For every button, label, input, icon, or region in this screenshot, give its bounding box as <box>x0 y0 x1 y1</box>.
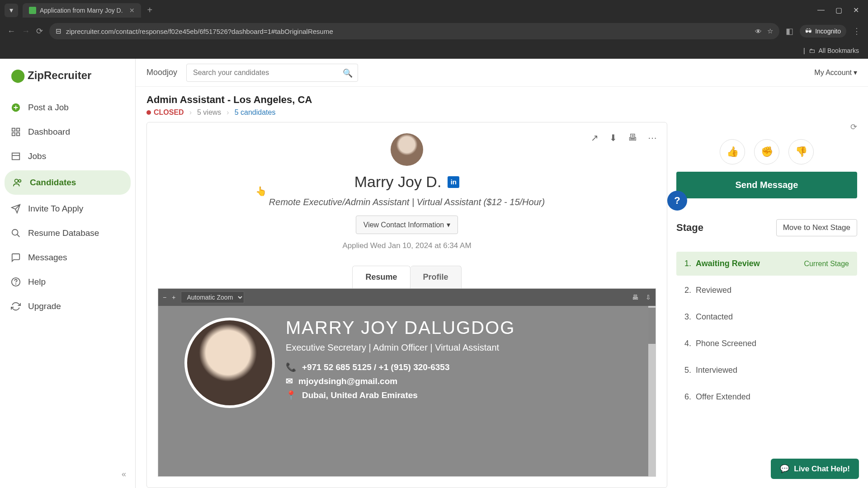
back-button[interactable]: ← <box>7 27 15 36</box>
tab-search-button[interactable]: ▾ <box>5 4 18 17</box>
url-input[interactable]: ⊟ ziprecruiter.com/contact/response/f02e… <box>49 23 779 39</box>
stage-item-awaiting[interactable]: 1. Awaiting Review Current Stage <box>676 252 857 276</box>
browser-chrome: ▾ Application from Marry Joy D. ✕ + ― ▢ … <box>0 0 868 59</box>
tab-bar: ▾ Application from Marry Joy D. ✕ + ― ▢ … <box>0 0 868 20</box>
close-window-icon[interactable]: ✕ <box>853 6 859 14</box>
resume-name: MARRY JOY DALUGDOG <box>286 318 515 338</box>
candidates-link[interactable]: 5 candidates <box>235 108 276 117</box>
view-contact-button[interactable]: View Contact Information ▾ <box>356 216 458 234</box>
refresh-icon <box>11 301 21 311</box>
reload-button[interactable]: ⟳ <box>36 26 43 36</box>
cursor-icon: 👆 <box>255 186 267 197</box>
sidebar-item-jobs[interactable]: Jobs <box>0 144 135 169</box>
phone-icon: 📞 <box>286 362 297 372</box>
star-icon[interactable]: ☆ <box>767 27 773 35</box>
sidebar-item-messages[interactable]: Messages <box>0 245 135 270</box>
print-icon[interactable]: 🖶 <box>628 132 637 143</box>
svg-point-7 <box>15 179 18 183</box>
account-menu[interactable]: My Account ▾ <box>814 68 857 77</box>
search-icon <box>11 228 21 238</box>
collapse-sidebar-button[interactable]: « <box>122 469 126 479</box>
thumbs-down-button[interactable]: 👎 <box>788 139 814 164</box>
status-dot-icon <box>146 110 151 115</box>
search-icon[interactable]: 🔍 <box>343 68 353 78</box>
tab-profile[interactable]: Profile <box>410 266 462 288</box>
pdf-content[interactable]: MARRY JOY DALUGDOG Executive Secretary |… <box>158 306 656 476</box>
sidebar-item-invite[interactable]: Invite To Apply <box>0 197 135 221</box>
sidebar-item-post-job[interactable]: Post a Job <box>0 95 135 120</box>
question-icon <box>11 277 21 287</box>
svg-rect-2 <box>17 128 19 131</box>
browser-tab[interactable]: Application from Marry Joy D. ✕ <box>23 3 141 18</box>
job-title: Admin Assistant - Los Angeles, CA <box>146 94 857 106</box>
live-chat-button[interactable]: 💬 Live Chat Help! <box>771 459 859 479</box>
help-bubble[interactable]: ? <box>667 191 687 211</box>
chat-icon <box>11 253 21 263</box>
pdf-download-icon[interactable]: ⇩ <box>646 294 651 301</box>
close-tab-icon[interactable]: ✕ <box>129 7 135 14</box>
site-info-icon[interactable]: ⊟ <box>56 27 61 35</box>
menu-icon[interactable]: ⋮ <box>853 26 861 36</box>
zoom-out-button[interactable]: − <box>163 294 166 301</box>
resume-photo <box>184 318 275 408</box>
resume-email: ✉mjoydsingh@gmail.com <box>286 376 515 386</box>
sidebar: ⬤ ZipRecruiter Post a Job Dashboard Jobs… <box>0 59 136 488</box>
search-box: 🔍 <box>186 64 358 82</box>
zoom-select[interactable]: Automatic Zoom <box>181 291 244 303</box>
stage-title: Stage <box>676 222 703 234</box>
grid-icon <box>11 127 21 137</box>
resume-phone: 📞+971 52 685 5125 / +1 (915) 320-6353 <box>286 362 515 372</box>
sidebar-item-help[interactable]: Help <box>0 270 135 294</box>
stage-item-contacted[interactable]: 3. Contacted <box>676 305 857 329</box>
pin-icon: 📍 <box>286 390 297 400</box>
logo[interactable]: ⬤ ZipRecruiter <box>0 68 135 95</box>
rate-row: 👍 ✊ 👎 <box>676 139 857 164</box>
card-head: ↗ ⬇ 🖶 ⋯ Marry Joy D. in Remote Executive… <box>147 122 667 261</box>
incognito-badge[interactable]: 🕶 Incognito <box>800 25 846 38</box>
forward-button[interactable]: → <box>22 27 30 36</box>
stage-item-phone-screened[interactable]: 4. Phone Screened <box>676 332 857 356</box>
tab-resume[interactable]: Resume <box>352 266 410 288</box>
thumbs-up-button[interactable]: 👍 <box>720 139 745 164</box>
more-icon[interactable]: ⋯ <box>648 132 657 143</box>
stage-item-reviewed[interactable]: 2. Reviewed <box>676 278 857 302</box>
sidebar-item-upgrade[interactable]: Upgrade <box>0 294 135 319</box>
share-icon[interactable]: ↗ <box>591 132 599 143</box>
refresh-icon[interactable]: ⟳ <box>850 122 857 132</box>
search-input[interactable] <box>186 64 358 82</box>
org-name[interactable]: Moodjoy <box>146 68 177 77</box>
stage-item-interviewed[interactable]: 5. Interviewed <box>676 358 857 382</box>
svg-point-12 <box>16 284 16 284</box>
pdf-scrollbar[interactable] <box>648 306 656 476</box>
pdf-viewer: − + Automatic Zoom 🖶 ⇩ <box>158 288 656 477</box>
resume-role: Executive Secretary | Admin Officer | Vi… <box>286 343 515 353</box>
resume-location: 📍Dubai, United Arab Emirates <box>286 390 515 400</box>
minimize-icon[interactable]: ― <box>817 6 825 14</box>
plus-circle-icon <box>11 103 21 113</box>
download-icon[interactable]: ⬇ <box>609 132 617 143</box>
sidebar-item-candidates[interactable]: Candidates <box>5 170 131 195</box>
eye-off-icon[interactable]: 👁 <box>755 28 762 35</box>
all-bookmarks-link[interactable]: All Bookmarks <box>819 47 859 54</box>
stage-list: 1. Awaiting Review Current Stage 2. Revi… <box>676 252 857 409</box>
new-tab-button[interactable]: + <box>147 5 153 15</box>
svg-point-8 <box>19 180 21 183</box>
pdf-print-icon[interactable]: 🖶 <box>632 294 638 301</box>
stage-item-offer-extended[interactable]: 6. Offer Extended <box>676 385 857 409</box>
address-bar: ← → ⟳ ⊟ ziprecruiter.com/contact/respons… <box>0 20 868 42</box>
maybe-button[interactable]: ✊ <box>754 139 779 164</box>
send-icon <box>11 204 21 214</box>
send-message-button[interactable]: Send Message <box>676 172 857 198</box>
tab-favicon <box>29 7 36 14</box>
sidebar-item-resume-db[interactable]: Resume Database <box>0 221 135 245</box>
candidate-tabs: Resume Profile <box>147 266 667 288</box>
linkedin-icon[interactable]: in <box>448 176 459 188</box>
side-panel-icon[interactable]: ◧ <box>786 26 793 36</box>
app: ⬤ ZipRecruiter Post a Job Dashboard Jobs… <box>0 59 868 488</box>
zoom-in-button[interactable]: + <box>172 294 175 301</box>
candidate-card: ↗ ⬇ 🖶 ⋯ Marry Joy D. in Remote Executive… <box>146 122 667 488</box>
move-stage-button[interactable]: Move to Next Stage <box>776 219 857 236</box>
sidebar-item-dashboard[interactable]: Dashboard <box>0 120 135 144</box>
chevron-right-icon: › <box>226 108 229 117</box>
maximize-icon[interactable]: ▢ <box>835 6 842 14</box>
